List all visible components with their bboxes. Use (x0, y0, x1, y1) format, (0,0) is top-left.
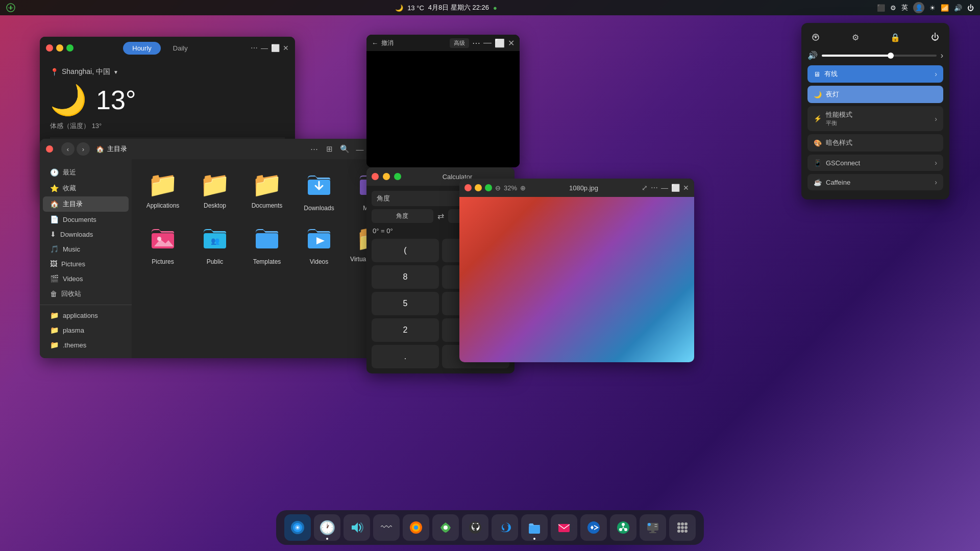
folder-desktop[interactable]: 📁 Desktop (191, 166, 239, 216)
topbar-sound-icon[interactable]: 🔊 (954, 4, 962, 12)
sidebar-item-music[interactable]: 🎵 Music (43, 242, 129, 256)
sidebar-item-pictures[interactable]: 🖼 Pictures (43, 257, 129, 271)
sidebar-item-downloads[interactable]: ⬇ Downloads (43, 227, 129, 241)
calc-btn-8[interactable]: 8 (372, 265, 439, 289)
taskbar-item-neon-browser[interactable] (284, 514, 311, 541)
calc-btn-open-paren[interactable]: ( (372, 239, 439, 262)
imgviewer-menu-icon[interactable]: ⋯ (651, 184, 658, 192)
taskbar-item-screen[interactable] (640, 514, 666, 541)
imgviewer-win-min-icon[interactable]: — (661, 184, 668, 192)
imgviewer-zoom-in-icon[interactable]: ⊕ (520, 184, 526, 192)
qs-tile-caffeine[interactable]: ☕ Caffeine › (807, 174, 943, 190)
topbar-window-icon[interactable]: ⬛ (877, 4, 885, 12)
taskbar-item-inkscape[interactable] (432, 514, 459, 541)
calc-min-btn[interactable] (383, 173, 390, 180)
logo-icon[interactable] (6, 3, 15, 12)
calc-btn-2[interactable]: 2 (372, 318, 439, 342)
weather-min-btn[interactable] (56, 44, 63, 52)
sidebar-item-applications[interactable]: 📁 applications (43, 308, 129, 322)
vp-min-icon[interactable]: — (483, 38, 492, 48)
calc-convert-swap-icon[interactable]: ⇄ (437, 211, 444, 221)
calc-btn-dot[interactable]: . (372, 345, 439, 368)
imgviewer-min-btn[interactable] (475, 184, 482, 191)
imgviewer-zoom-out-icon[interactable]: ⊖ (495, 184, 501, 192)
sidebar-item-recent[interactable]: 🕐 最近 (43, 165, 129, 180)
qs-lock-icon[interactable]: 🔒 (887, 29, 903, 45)
weather-max-btn[interactable] (66, 44, 74, 52)
folder-public[interactable]: 👥 Public (191, 220, 239, 269)
qs-tile-performance[interactable]: ⚡ 性能模式 平衡 › (807, 106, 943, 131)
fm-forward-btn[interactable]: › (77, 142, 90, 156)
sidebar-item-themes[interactable]: 📁 .themes (43, 338, 129, 352)
topbar-power-icon[interactable]: ⏻ (967, 4, 974, 12)
qs-volume-slider[interactable] (822, 55, 937, 57)
taskbar-item-apps-grid[interactable] (669, 514, 696, 541)
calc-close-btn[interactable] (372, 173, 379, 180)
folder-applications[interactable]: 📁 Applications (139, 166, 187, 216)
fm-min-icon[interactable]: — (354, 143, 365, 155)
vp-close-icon[interactable]: ✕ (508, 38, 514, 48)
topbar-lang[interactable]: 英 (901, 3, 908, 12)
qs-tile-wired[interactable]: 🖥 有线 › (807, 65, 943, 83)
folder-downloads[interactable]: Downloads (295, 166, 343, 216)
taskbar-item-email[interactable] (551, 514, 577, 541)
qs-network-icon[interactable] (807, 29, 824, 45)
taskbar-item-edge[interactable] (492, 514, 518, 541)
qs-performance-arrow[interactable]: › (935, 115, 937, 123)
weather-minimize-icon[interactable]: — (261, 44, 268, 52)
folder-pictures[interactable]: Pictures (139, 220, 187, 269)
topbar-settings-icon[interactable]: ⚙ (890, 4, 896, 12)
folder-documents[interactable]: 📁 Documents (243, 166, 291, 216)
tab-hourly[interactable]: Hourly (123, 42, 161, 55)
qs-tile-gsconnect[interactable]: 📱 GSConnect › (807, 155, 943, 171)
folder-templates[interactable]: Templates (243, 220, 291, 269)
taskbar-item-files[interactable] (521, 514, 548, 541)
taskbar-item-firefox[interactable] (403, 514, 429, 541)
folder-videos[interactable]: Videos (295, 220, 343, 269)
taskbar-item-audio[interactable] (344, 514, 370, 541)
fm-close-btn[interactable] (46, 145, 53, 153)
vp-quality[interactable]: 高级 (450, 38, 469, 48)
imgviewer-win-close-icon[interactable]: ✕ (683, 184, 689, 192)
taskbar-item-clock[interactable]: 🕐 (314, 514, 340, 541)
qs-power-icon[interactable]: ⏻ (927, 29, 943, 45)
imgviewer-expand-icon[interactable]: ⤢ (642, 184, 648, 192)
tab-daily[interactable]: Daily (164, 42, 197, 55)
fm-back-btn[interactable]: ‹ (61, 142, 75, 156)
sidebar-item-home[interactable]: 🏠 主目录 (43, 196, 129, 212)
qs-caffeine-arrow[interactable]: › (935, 178, 937, 186)
taskbar-item-github[interactable] (462, 514, 488, 541)
qs-gsconnect-arrow[interactable]: › (935, 159, 937, 167)
weather-expand-icon[interactable]: ⬜ (271, 44, 280, 52)
vp-back-icon[interactable]: ← (372, 39, 378, 47)
vp-max-icon[interactable]: ⬜ (495, 38, 505, 48)
qs-arrow-right[interactable]: › (941, 51, 943, 60)
weather-location[interactable]: 📍 Shanghai, 中国 ▼ (50, 67, 285, 77)
imgviewer-win-max-icon[interactable]: ⬜ (671, 184, 680, 192)
qs-tile-nightlight[interactable]: 🌙 夜灯 (807, 86, 943, 103)
topbar-wifi-icon[interactable]: 📶 (941, 4, 949, 12)
calc-max-btn[interactable] (394, 173, 401, 180)
calc-btn-5[interactable]: 5 (372, 292, 439, 315)
fm-menu-icon[interactable]: ⋯ (308, 143, 320, 155)
imgviewer-max-btn[interactable] (485, 184, 492, 191)
fm-view-icon[interactable]: ⊞ (324, 143, 335, 155)
sidebar-item-trash[interactable]: 🗑 回收站 (43, 286, 129, 302)
qs-wired-arrow[interactable]: › (935, 70, 937, 78)
weather-menu-icon[interactable]: ⋯ (251, 44, 258, 52)
taskbar-item-gitkraken[interactable] (610, 514, 636, 541)
weather-close-icon[interactable]: ✕ (283, 44, 289, 52)
topbar-avatar[interactable]: 👤 (913, 2, 924, 13)
sidebar-item-videos[interactable]: 🎬 Videos (43, 271, 129, 286)
qs-volume-icon[interactable]: 🔊 (807, 51, 818, 60)
sidebar-item-favorites[interactable]: ⭐ 收藏 (43, 181, 129, 196)
sidebar-item-documents[interactable]: 📄 Documents (43, 212, 129, 227)
sidebar-item-plasma[interactable]: 📁 plasma (43, 323, 129, 337)
taskbar-item-wave[interactable]: 〰 (373, 514, 400, 541)
calc-convert-from[interactable]: 角度 (372, 209, 433, 223)
qs-tile-darkmode[interactable]: 🎨 暗色样式 (807, 134, 943, 152)
fm-search-icon[interactable]: 🔍 (339, 143, 350, 155)
imgviewer-close-btn[interactable] (464, 184, 472, 191)
topbar-brightness-icon[interactable]: ☀ (929, 4, 936, 12)
weather-close-btn[interactable] (46, 44, 53, 52)
